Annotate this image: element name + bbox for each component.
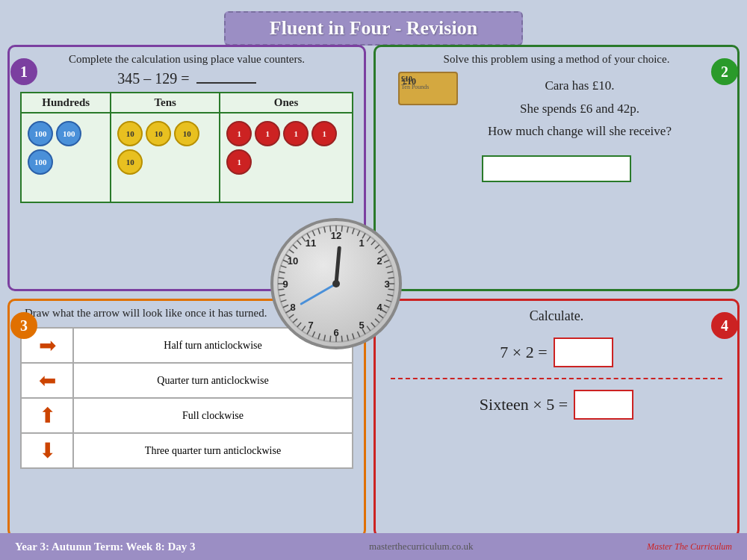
svg-text:9: 9: [282, 279, 288, 290]
q1-answer-blank: [196, 82, 256, 84]
counter-10-3: 10: [174, 121, 199, 146]
svg-text:7: 7: [308, 320, 313, 331]
badge-3: 3: [10, 312, 37, 339]
svg-text:6: 6: [333, 327, 338, 338]
tens-counters: 10 10 10 10: [114, 118, 216, 178]
left-arrow-icon: ⬅: [39, 369, 56, 392]
counter-1-5: 1: [226, 149, 252, 175]
table-row: ⬆ Full clockwise: [21, 398, 353, 433]
arrow-label-4: Three quarter turn anticlockwise: [73, 433, 353, 468]
calc-row-2: Sixteen × 5 =: [376, 390, 737, 420]
counter-10-4: 10: [117, 149, 143, 175]
footer-left-text: Year 3: Autumn Term: Week 8: Day 3: [15, 541, 196, 553]
clock-face: 12 1 2 3 4 5 6 7 8 9 10 11: [269, 217, 403, 351]
badge-1: 1: [10, 58, 37, 85]
calc-1-label: 7 × 2 =: [500, 343, 547, 362]
svg-text:8: 8: [290, 302, 295, 313]
money-image: £10 Ten Pounds: [398, 72, 458, 105]
counter-1-4: 1: [311, 121, 337, 146]
q1-equation: 345 – 129 =: [10, 70, 364, 87]
calc-1-answer-box[interactable]: [554, 337, 613, 367]
page-title: Fluent in Four - Revision: [241, 17, 506, 40]
ones-cell: 1 1 1 1 1: [220, 113, 353, 202]
counter-100-3: 100: [28, 149, 53, 175]
q4-instruction: Calculate.: [376, 301, 737, 327]
counter-100-2: 100: [56, 121, 81, 146]
q1-instruction: Complete the calculation using place val…: [10, 47, 364, 67]
counter-10-2: 10: [146, 121, 171, 146]
svg-text:5: 5: [359, 320, 364, 331]
col-hundreds: Hundreds: [21, 93, 111, 113]
arrow-label-3: Full clockwise: [73, 398, 353, 433]
svg-line-34: [330, 336, 331, 342]
up-arrow-icon: ⬆: [39, 404, 56, 427]
svg-point-77: [332, 280, 340, 287]
counter-100-1: 100: [28, 121, 53, 146]
footer: Year 3: Autumn Term: Week 8: Day 3 maste…: [0, 533, 747, 560]
title-bar: Fluent in Four - Revision: [224, 11, 523, 46]
table-row: ⬅ Quarter turn anticlockwise: [21, 363, 353, 398]
calc-2-label: Sixteen × 5 =: [480, 395, 568, 414]
hundreds-counters: 100 100 100: [25, 118, 107, 178]
clock-container: 12 1 2 3 4 5 6 7 8 9 10 11: [269, 217, 403, 351]
svg-text:2: 2: [376, 255, 382, 267]
badge-2: 2: [711, 58, 738, 85]
ones-counters: 1 1 1 1 1: [223, 118, 349, 178]
svg-text:12: 12: [331, 230, 341, 241]
badge-4: 4: [711, 312, 738, 339]
q2-problem-text: Cara has £10. She spends £6 and 42p. How…: [488, 75, 672, 143]
counter-1-3: 1: [283, 121, 309, 146]
col-tens: Tens: [111, 93, 220, 113]
footer-right-text: Master The Curriculum: [647, 541, 732, 553]
svg-line-4: [341, 225, 342, 231]
svg-text:3: 3: [384, 279, 389, 290]
down-arrow-icon: ⬇: [39, 439, 56, 462]
arrow-cell-4: ⬇: [21, 433, 73, 468]
calc-divider: [391, 378, 722, 379]
right-arrow-icon: ➡: [39, 334, 56, 357]
arrow-label-2: Quarter turn anticlockwise: [73, 363, 353, 398]
footer-center-text: masterthecurriculum.co.uk: [369, 541, 473, 553]
svg-line-32: [341, 336, 342, 342]
q2-answer-box[interactable]: [482, 155, 631, 182]
hundreds-cell: 100 100 100: [21, 113, 111, 202]
counter-1-1: 1: [226, 121, 252, 146]
svg-text:4: 4: [376, 302, 382, 313]
counter-10-1: 10: [117, 121, 143, 146]
table-row: ⬇ Three quarter turn anticlockwise: [21, 433, 353, 468]
calc-2-answer-box[interactable]: [574, 390, 633, 420]
col-ones: Ones: [220, 93, 353, 113]
q2-instruction: Solve this problem using a method of you…: [376, 47, 737, 69]
calc-row-1: 7 × 2 =: [376, 337, 737, 367]
svg-text:11: 11: [306, 237, 316, 249]
svg-text:10: 10: [288, 255, 298, 267]
tens-cell: 10 10 10 10: [111, 113, 220, 202]
arrow-cell-2: ⬅: [21, 363, 73, 398]
question-2-box: Solve this problem using a method of you…: [374, 45, 740, 291]
place-value-table: Hundreds Tens Ones 100 100 100 10 10: [20, 92, 353, 203]
arrow-cell-3: ⬆: [21, 398, 73, 433]
counter-1-2: 1: [255, 121, 280, 146]
svg-text:1: 1: [359, 237, 364, 249]
question-4-box: Calculate. 7 × 2 = Sixteen × 5 =: [374, 299, 740, 538]
